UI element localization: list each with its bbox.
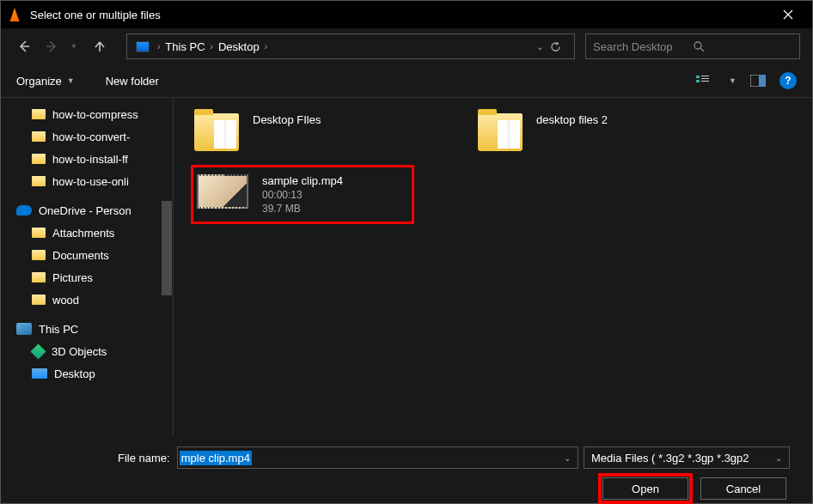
- tree-item-thispc[interactable]: This PC: [1, 318, 173, 340]
- file-item-selected[interactable]: sample clip.mp4 00:00:13 39.7 MB: [191, 165, 414, 224]
- folder-icon: [32, 250, 46, 260]
- back-button[interactable]: [13, 35, 35, 58]
- svg-point-0: [694, 42, 701, 49]
- tree-item-folder[interactable]: Pictures: [1, 266, 173, 288]
- address-bar[interactable]: › This PC › Desktop › ⌄: [126, 33, 575, 59]
- folder-icon: [478, 113, 523, 151]
- svg-rect-3: [701, 76, 709, 76]
- search-input[interactable]: Search Desktop: [585, 33, 800, 59]
- tree-item-folder[interactable]: wood: [1, 288, 173, 311]
- chevron-right-icon: ›: [208, 42, 216, 52]
- help-button[interactable]: ?: [779, 72, 797, 89]
- open-button[interactable]: Open: [602, 477, 688, 500]
- chevron-right-icon: ›: [262, 42, 270, 52]
- folder-icon: [32, 228, 46, 238]
- search-icon: [693, 40, 792, 52]
- forward-button[interactable]: [40, 35, 63, 58]
- address-dropdown[interactable]: ⌄: [529, 42, 550, 52]
- new-folder-button[interactable]: New folder: [106, 75, 159, 88]
- folder-icon: [194, 113, 239, 151]
- svg-rect-2: [696, 80, 700, 82]
- svg-rect-1: [696, 76, 700, 78]
- filename-input[interactable]: mple clip.mp4 ⌄: [177, 446, 578, 469]
- preview-pane-button[interactable]: [750, 75, 766, 87]
- titlebar: Select one or multiple files: [1, 1, 812, 28]
- file-open-dialog: Select one or multiple files ▼ › This PC…: [0, 0, 813, 504]
- recent-dropdown[interactable]: ▼: [68, 35, 80, 58]
- tree-item-folder[interactable]: Documents: [1, 244, 173, 266]
- svg-rect-7: [759, 75, 766, 87]
- dialog-footer: File name: mple clip.mp4 ⌄ Media Files (…: [1, 436, 812, 503]
- tree-item-folder[interactable]: how-to-compress: [1, 103, 173, 125]
- folder-icon: [32, 295, 46, 305]
- chevron-down-icon: ▼: [67, 76, 75, 85]
- view-controls: ▼ ?: [696, 72, 797, 89]
- svg-rect-5: [701, 81, 709, 82]
- refresh-button[interactable]: [550, 41, 571, 52]
- close-button[interactable]: [771, 1, 805, 28]
- up-button[interactable]: [89, 35, 111, 58]
- tree-item-folder[interactable]: Attachments: [1, 222, 173, 244]
- file-size: 39.7 MB: [262, 203, 343, 215]
- folder-icon: [32, 154, 46, 164]
- organize-menu[interactable]: Organize ▼: [16, 75, 75, 88]
- chevron-down-icon[interactable]: ▼: [729, 76, 737, 85]
- file-list[interactable]: Desktop FIles sample clip.mp4 00:00:13 3…: [173, 98, 812, 436]
- view-options-button[interactable]: [696, 74, 715, 88]
- breadcrumb-item[interactable]: Desktop: [216, 40, 262, 53]
- window-title: Select one or multiple files: [30, 9, 771, 21]
- scrollbar-thumb[interactable]: [162, 201, 172, 295]
- folder-icon: [32, 109, 46, 119]
- tree-item-desktop[interactable]: Desktop: [1, 362, 173, 385]
- tree-item-folder[interactable]: how-to-convert-: [1, 125, 173, 148]
- folder-icon: [32, 176, 46, 186]
- filename-value: mple clip.mp4: [180, 451, 252, 465]
- main-area: how-to-compress how-to-convert- how-to-i…: [1, 97, 812, 436]
- tree-item-3dobjects[interactable]: 3D Objects: [1, 340, 173, 362]
- pc-icon: [136, 41, 150, 52]
- toolbar: Organize ▼ New folder ▼ ?: [1, 64, 812, 97]
- chevron-down-icon[interactable]: ⌄: [559, 453, 576, 463]
- chevron-down-icon: ⌄: [775, 453, 782, 463]
- tree-item-onedrive[interactable]: OneDrive - Person: [1, 199, 173, 222]
- filename-label: File name:: [118, 452, 170, 465]
- onedrive-icon: [16, 205, 32, 216]
- sidebar-scrollbar[interactable]: [161, 98, 173, 436]
- vlc-cone-icon: [8, 8, 21, 21]
- search-placeholder: Search Desktop: [593, 40, 693, 53]
- cancel-button[interactable]: Cancel: [700, 477, 786, 500]
- tree-item-folder[interactable]: how-to-use-onli: [1, 170, 173, 192]
- folder-item[interactable]: Desktop FIles: [191, 110, 414, 155]
- pc-icon: [16, 323, 32, 335]
- nav-bar: ▼ › This PC › Desktop › ⌄ Search Desktop: [1, 28, 812, 64]
- cube-icon: [30, 343, 46, 359]
- folder-icon: [32, 272, 46, 282]
- breadcrumb-item[interactable]: This PC: [162, 40, 207, 53]
- file-duration: 00:00:13: [262, 189, 343, 201]
- folder-icon: [32, 131, 46, 142]
- folder-item[interactable]: desktop files 2: [474, 110, 698, 155]
- file-type-filter[interactable]: Media Files ( *.3g2 *.3gp *.3gp2 ⌄: [584, 446, 790, 469]
- svg-rect-4: [701, 78, 709, 79]
- chevron-right-icon: ›: [155, 42, 162, 52]
- desktop-icon: [32, 368, 47, 379]
- nav-tree: how-to-compress how-to-convert- how-to-i…: [1, 98, 173, 436]
- tree-item-folder[interactable]: how-to-install-ff: [1, 148, 173, 170]
- video-thumbnail-icon: [197, 174, 248, 209]
